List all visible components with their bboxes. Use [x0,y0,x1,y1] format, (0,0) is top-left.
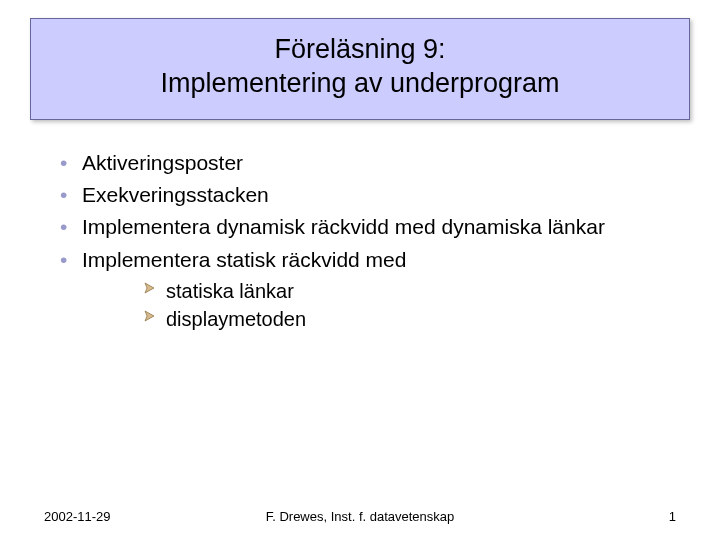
list-item: Implementera statisk räckvidd med statis… [60,245,660,333]
slide-footer: 2002-11-29 F. Drewes, Inst. f. dataveten… [0,509,720,524]
arrow-icon [144,282,156,294]
arrow-icon [144,310,156,322]
list-item: displaymetoden [144,305,660,333]
bullet-text: Implementera statisk räckvidd med [82,248,406,271]
title-line-2: Implementering av underprogram [41,67,679,101]
svg-marker-0 [145,283,154,293]
bullet-text: Implementera dynamisk räckvidd med dynam… [82,215,605,238]
slide-title-box: Föreläsning 9: Implementering av underpr… [30,18,690,120]
sub-bullet-text: displaymetoden [166,308,306,330]
footer-date: 2002-11-29 [44,509,111,524]
list-item: Implementera dynamisk räckvidd med dynam… [60,212,660,242]
sub-bullet-list: statiska länkar displaymetoden [144,277,660,333]
list-item: Exekveringsstacken [60,180,660,210]
list-item: Aktiveringsposter [60,148,660,178]
bullet-list: Aktiveringsposter Exekveringsstacken Imp… [60,148,660,334]
svg-marker-1 [145,311,154,321]
title-line-1: Föreläsning 9: [41,33,679,67]
list-item: statiska länkar [144,277,660,305]
bullet-text: Exekveringsstacken [82,183,269,206]
footer-page-number: 1 [669,509,676,524]
bullet-text: Aktiveringsposter [82,151,243,174]
slide-content: Aktiveringsposter Exekveringsstacken Imp… [60,148,660,334]
sub-bullet-text: statiska länkar [166,280,294,302]
